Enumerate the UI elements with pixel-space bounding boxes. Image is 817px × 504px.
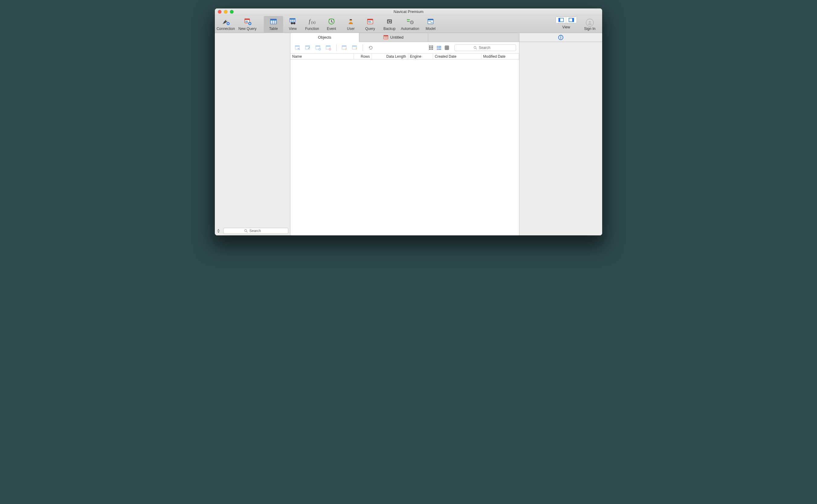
objects-search[interactable] (454, 44, 516, 51)
main-toolbar: Connection New Query (215, 15, 602, 33)
design-table-button[interactable] (304, 44, 312, 52)
plug-icon (221, 17, 230, 26)
zoom-window-button[interactable] (230, 10, 234, 14)
column-created-date[interactable]: Created Date (433, 53, 481, 59)
svg-rect-45 (295, 46, 299, 47)
minimize-window-button[interactable] (224, 10, 228, 14)
column-engine[interactable]: Engine (408, 53, 433, 59)
backup-icon (386, 17, 393, 26)
svg-text:(x): (x) (311, 20, 315, 24)
query-button[interactable]: Query (360, 16, 380, 33)
sidebar-search-input[interactable] (250, 229, 268, 233)
grid-view-button[interactable] (428, 44, 434, 51)
import-button[interactable] (340, 44, 349, 52)
tab-untitled-label: Untitled (390, 35, 403, 40)
svg-rect-70 (438, 46, 441, 47)
app-window: Navicat Premium Co (215, 8, 602, 235)
svg-rect-50 (316, 46, 320, 47)
column-name[interactable]: Name (290, 53, 354, 59)
svg-rect-38 (572, 18, 574, 22)
svg-rect-71 (437, 47, 438, 48)
window-title: Navicat Premium (215, 9, 602, 14)
refresh-button[interactable] (367, 44, 375, 52)
sidebar-search[interactable] (223, 228, 288, 234)
query-label: Query (365, 27, 375, 31)
sidebar-resize-icon[interactable] (217, 229, 221, 233)
new-query-label: New Query (238, 27, 257, 31)
svg-rect-29 (407, 19, 408, 20)
function-button[interactable]: f (x) Function (302, 16, 322, 33)
toggle-left-panel-button[interactable] (556, 17, 566, 23)
svg-rect-73 (437, 49, 438, 50)
table-button[interactable]: Table (264, 16, 283, 33)
sign-in-button[interactable]: Sign In (579, 15, 600, 33)
svg-rect-57 (342, 46, 346, 47)
svg-rect-22 (367, 19, 373, 20)
close-window-button[interactable] (218, 10, 221, 14)
svg-rect-34 (431, 22, 433, 23)
objects-list-area[interactable] (290, 60, 519, 235)
tab-objects-label: Objects (318, 35, 331, 40)
svg-rect-24 (368, 22, 372, 23)
panel-toggle (556, 17, 577, 23)
toggle-right-panel-button[interactable] (566, 17, 576, 23)
open-table-button[interactable] (293, 44, 302, 52)
list-view-button[interactable] (436, 44, 442, 51)
svg-rect-55 (329, 49, 331, 49)
svg-rect-8 (245, 22, 248, 22)
svg-rect-68 (432, 49, 433, 50)
new-query-button[interactable]: New Query (237, 16, 258, 33)
view-icon (289, 17, 297, 26)
svg-rect-65 (432, 47, 433, 48)
new-table-button[interactable] (314, 44, 322, 52)
svg-rect-74 (438, 49, 441, 50)
column-rows[interactable]: Rows (354, 53, 372, 59)
separator (363, 44, 363, 51)
export-button[interactable] (350, 44, 359, 52)
connection-label: Connection (217, 27, 235, 31)
tab-objects[interactable]: Objects (290, 33, 359, 42)
sidebar-footer (215, 226, 290, 235)
svg-rect-6 (245, 19, 250, 20)
column-modified-date[interactable]: Modified Date (481, 53, 519, 59)
view-button[interactable]: View (283, 16, 302, 33)
svg-rect-46 (298, 48, 299, 50)
delete-table-button[interactable] (324, 44, 333, 52)
info-icon[interactable] (558, 35, 564, 40)
automation-icon (406, 17, 414, 26)
connection-button[interactable]: Connection (215, 16, 237, 33)
objects-search-input[interactable] (479, 46, 497, 50)
svg-rect-53 (326, 46, 330, 47)
svg-rect-67 (431, 49, 431, 50)
new-query-icon (243, 17, 252, 26)
search-icon (244, 229, 248, 233)
connections-tree[interactable] (215, 33, 290, 226)
user-icon (347, 17, 354, 26)
content-tabs: Objects Untitled (290, 33, 519, 42)
svg-rect-72 (438, 47, 441, 48)
automation-button[interactable]: Automation (399, 16, 421, 33)
info-panel (519, 33, 602, 235)
model-icon (427, 17, 434, 26)
view-toggle-group: View (556, 15, 577, 33)
event-label: Event (327, 27, 336, 31)
model-button[interactable]: Model (421, 16, 440, 33)
function-label: Function (305, 27, 319, 31)
automation-label: Automation (401, 27, 419, 31)
clock-icon (328, 17, 335, 26)
user-button[interactable]: User (341, 16, 360, 33)
info-panel-header (519, 33, 602, 42)
detail-view-button[interactable] (444, 44, 450, 51)
svg-rect-64 (431, 47, 431, 48)
svg-point-39 (589, 21, 591, 23)
view-mode-group (428, 44, 450, 51)
svg-rect-60 (429, 46, 430, 47)
tab-untitled[interactable]: Untitled (359, 33, 428, 42)
info-panel-body (519, 42, 602, 235)
svg-rect-62 (432, 46, 433, 47)
svg-rect-78 (560, 37, 561, 39)
column-data-length[interactable]: Data Length (372, 53, 408, 59)
backup-button[interactable]: Backup (380, 16, 399, 33)
svg-point-77 (560, 36, 561, 37)
event-button[interactable]: Event (322, 16, 341, 33)
